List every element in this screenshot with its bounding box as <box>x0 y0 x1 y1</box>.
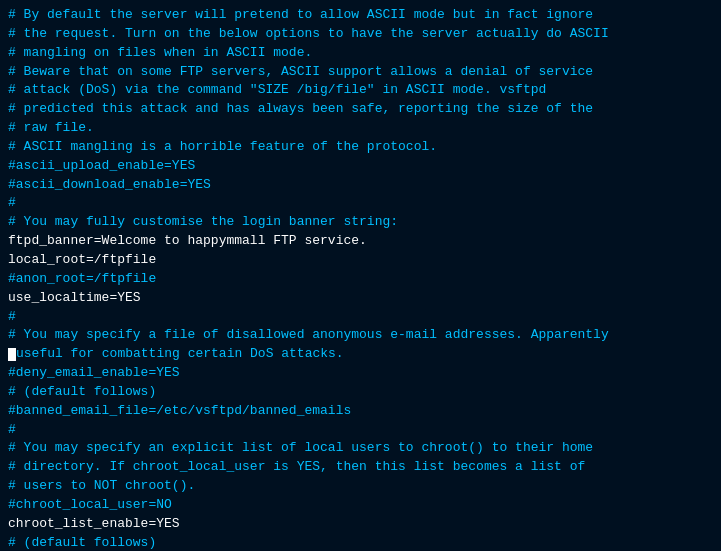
terminal-line: # the request. Turn on the below options… <box>8 25 713 44</box>
terminal-line: # You may specify an explicit list of lo… <box>8 439 713 458</box>
terminal-line: # directory. If chroot_local_user is YES… <box>8 458 713 477</box>
terminal-line: # (default follows) <box>8 534 713 551</box>
terminal-line: # <box>8 308 713 327</box>
terminal-line: # ASCII mangling is a horrible feature o… <box>8 138 713 157</box>
terminal-line: # (default follows) <box>8 383 713 402</box>
terminal-line: #anon_root=/ftpfile <box>8 270 713 289</box>
terminal-line: #deny_email_enable=YES <box>8 364 713 383</box>
terminal-line: # <box>8 194 713 213</box>
terminal-line: #ascii_upload_enable=YES <box>8 157 713 176</box>
terminal-window: # By default the server will pretend to … <box>0 0 721 551</box>
terminal-line: chroot_list_enable=YES <box>8 515 713 534</box>
terminal-line: #banned_email_file=/etc/vsftpd/banned_em… <box>8 402 713 421</box>
terminal-line: # Beware that on some FTP servers, ASCII… <box>8 63 713 82</box>
terminal-line: # users to NOT chroot(). <box>8 477 713 496</box>
terminal-line: ftpd_banner=Welcome to happymmall FTP se… <box>8 232 713 251</box>
terminal-line: # By default the server will pretend to … <box>8 6 713 25</box>
terminal-line: # <box>8 421 713 440</box>
terminal-line: local_root=/ftpfile <box>8 251 713 270</box>
terminal-line: #chroot_local_user=NO <box>8 496 713 515</box>
terminal-line: # attack (DoS) via the command "SIZE /bi… <box>8 81 713 100</box>
terminal-line: use_localtime=YES <box>8 289 713 308</box>
terminal-line: # predicted this attack and has always b… <box>8 100 713 119</box>
terminal-line: # mangling on files when in ASCII mode. <box>8 44 713 63</box>
terminal-line: # You may fully customise the login bann… <box>8 213 713 232</box>
terminal-line: #ascii_download_enable=YES <box>8 176 713 195</box>
terminal-line: useful for combatting certain DoS attack… <box>8 345 713 364</box>
terminal-line: # raw file. <box>8 119 713 138</box>
terminal-line: # You may specify a file of disallowed a… <box>8 326 713 345</box>
